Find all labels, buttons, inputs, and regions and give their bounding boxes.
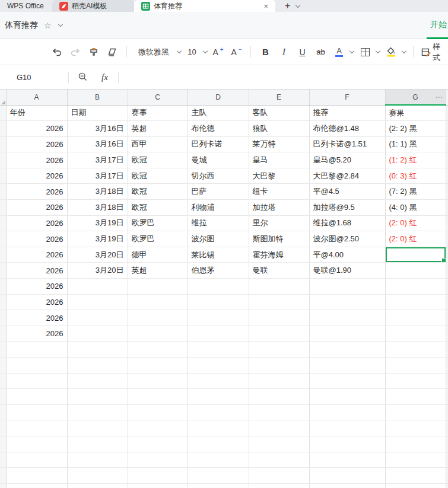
- cell-tip[interactable]: [309, 404, 385, 420]
- cell-home[interactable]: [188, 468, 249, 484]
- cell-tip[interactable]: [309, 373, 385, 389]
- cell-league[interactable]: 德甲: [128, 247, 188, 263]
- cell-league[interactable]: [128, 452, 188, 468]
- cell-tip[interactable]: 皇马@5.20: [309, 152, 385, 168]
- cell-home[interactable]: [188, 452, 249, 468]
- cell-label-year[interactable]: 年份: [6, 105, 67, 121]
- cell-date[interactable]: [67, 326, 128, 342]
- cell-tip[interactable]: [309, 358, 385, 374]
- row-header[interactable]: [0, 231, 6, 247]
- cell-away[interactable]: 里尔: [249, 215, 309, 231]
- cell-date[interactable]: [67, 436, 128, 452]
- cell-date[interactable]: 3月17日: [67, 152, 128, 168]
- cell-home[interactable]: 利物浦: [188, 200, 249, 216]
- chevron-down-icon[interactable]: [349, 49, 354, 53]
- cell-date[interactable]: 3月19日: [67, 215, 128, 231]
- cell-date[interactable]: [67, 373, 128, 389]
- cell-label-home[interactable]: 主队: [188, 105, 249, 121]
- cell-away[interactable]: 大巴黎: [249, 168, 309, 184]
- name-box[interactable]: G10: [0, 73, 65, 82]
- cell-result[interactable]: [385, 310, 446, 326]
- cell-date[interactable]: 3月16日: [67, 136, 128, 152]
- cell-league[interactable]: [128, 373, 188, 389]
- cell-tip[interactable]: [309, 468, 385, 484]
- cell-year[interactable]: 2026: [6, 247, 67, 263]
- cell-label-date[interactable]: 日期: [67, 105, 128, 121]
- cell-tip[interactable]: 平@4.00: [309, 247, 385, 263]
- cell-home[interactable]: [188, 326, 249, 342]
- zoom-search-icon[interactable]: [78, 72, 88, 82]
- cell-year[interactable]: 2026: [6, 200, 67, 216]
- cell-result[interactable]: [385, 263, 446, 279]
- more-columns-icon[interactable]: ⋯: [436, 93, 443, 101]
- cell-result[interactable]: (2: 0) 红: [385, 215, 446, 231]
- cell-away[interactable]: [249, 279, 309, 295]
- new-tab-button[interactable]: +: [285, 1, 290, 11]
- cell-tip[interactable]: [309, 452, 385, 468]
- column-header-g-selected[interactable]: G⋯: [385, 90, 446, 105]
- cell-result[interactable]: [385, 247, 446, 263]
- cell-year[interactable]: 2026: [6, 152, 67, 168]
- chevron-down-icon[interactable]: [176, 49, 181, 53]
- cell-result[interactable]: [385, 452, 446, 468]
- cell-league[interactable]: [128, 483, 188, 488]
- cell-tip[interactable]: 波尔图@2.50: [309, 231, 385, 247]
- font-name-select[interactable]: 微软雅黑: [134, 44, 173, 60]
- cell-away[interactable]: [249, 358, 309, 374]
- column-header-d[interactable]: D: [188, 90, 249, 105]
- cell-result[interactable]: [385, 483, 446, 488]
- star-favorite-icon[interactable]: ☆: [44, 21, 52, 30]
- font-color-button[interactable]: A: [332, 44, 346, 60]
- column-header-b[interactable]: B: [67, 90, 128, 105]
- cell-tip[interactable]: 平@4.5: [309, 184, 385, 200]
- cell-home[interactable]: [188, 389, 249, 405]
- cell-year[interactable]: [6, 436, 67, 452]
- cell-league[interactable]: 欧罗巴: [128, 215, 188, 231]
- cell-league[interactable]: [128, 468, 188, 484]
- chevron-down-icon[interactable]: [58, 22, 62, 27]
- cell-result[interactable]: [385, 326, 446, 342]
- row-header[interactable]: [0, 342, 6, 358]
- cell-result[interactable]: (2: 0) 红: [385, 231, 446, 247]
- cell-league[interactable]: [128, 420, 188, 436]
- column-header-e[interactable]: E: [249, 90, 309, 105]
- cell-year[interactable]: 2026: [6, 231, 67, 247]
- row-header[interactable]: [0, 184, 6, 200]
- chevron-down-icon[interactable]: [402, 49, 406, 53]
- cell-home[interactable]: [188, 294, 249, 310]
- cell-date[interactable]: [67, 279, 128, 295]
- cell-league[interactable]: 欧罗巴: [128, 231, 188, 247]
- cell-date[interactable]: 3月20日: [67, 247, 128, 263]
- cell-year[interactable]: [6, 373, 67, 389]
- cell-date[interactable]: [67, 294, 128, 310]
- row-header[interactable]: [0, 373, 6, 389]
- row-header[interactable]: [0, 136, 6, 152]
- cell-year[interactable]: 2026: [6, 279, 67, 295]
- cell-year[interactable]: [6, 483, 67, 488]
- cell-date[interactable]: [67, 420, 128, 436]
- cell-date[interactable]: 3月20日: [67, 263, 128, 279]
- cell-date[interactable]: [67, 404, 128, 420]
- cell-league[interactable]: 欧冠: [128, 152, 188, 168]
- cell-label-result[interactable]: 赛果: [385, 105, 446, 121]
- cell-year[interactable]: [6, 452, 67, 468]
- cell-year[interactable]: [6, 389, 67, 405]
- cell-tip[interactable]: [309, 389, 385, 405]
- row-header[interactable]: [0, 168, 6, 184]
- cell-league[interactable]: [128, 294, 188, 310]
- cell-year[interactable]: [6, 420, 67, 436]
- shrink-font-button[interactable]: A−: [229, 44, 243, 60]
- cell-date[interactable]: [67, 310, 128, 326]
- cell-tip[interactable]: 维拉@1.68: [309, 215, 385, 231]
- cell-label-league[interactable]: 赛事: [128, 105, 188, 121]
- cell-home[interactable]: 巴列卡诺: [188, 136, 249, 152]
- cell-home[interactable]: [188, 436, 249, 452]
- cell-league[interactable]: [128, 404, 188, 420]
- column-header-c[interactable]: C: [128, 90, 188, 105]
- cell-year[interactable]: 2026: [6, 294, 67, 310]
- cell-tip[interactable]: 布伦德@1.48: [309, 121, 385, 137]
- cell-home[interactable]: 切尔西: [188, 168, 249, 184]
- borders-button[interactable]: [358, 44, 372, 60]
- cell-home[interactable]: 巴萨: [188, 184, 249, 200]
- row-header[interactable]: [0, 452, 6, 468]
